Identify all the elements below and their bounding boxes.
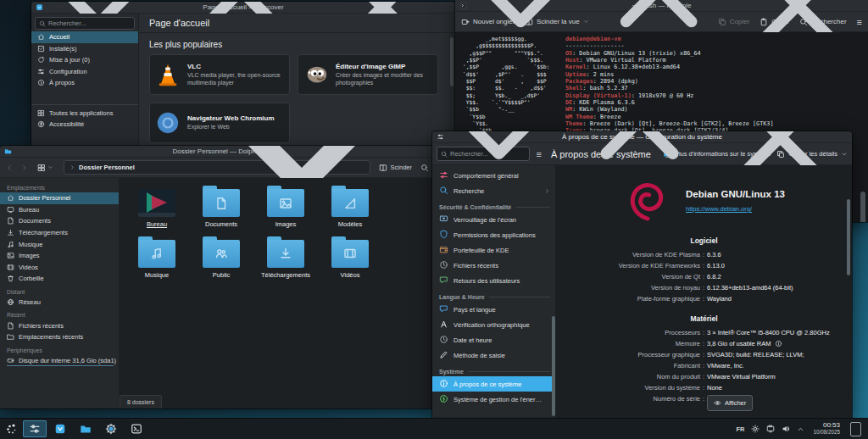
info-row-version-de-kde-frameworks: Version de KDE Frameworks:6.13.0 — [556, 260, 852, 271]
chevron-right-icon — [544, 188, 550, 194]
clipboard-manager-icon[interactable] — [766, 425, 775, 433]
sidebar-item--propos[interactable]: À propos — [31, 77, 138, 89]
grid-view-icon — [37, 164, 46, 172]
neofetch-output: debian@debian-vm-----------------OS: Deb… — [565, 36, 774, 135]
content-scrollbar[interactable] — [847, 199, 850, 275]
place-item-bureau[interactable]: Bureau — [0, 204, 119, 216]
folder-item-musique[interactable]: Musique — [125, 236, 189, 280]
settings-sidebar: Comportement généralRechercheSécurité & … — [432, 165, 556, 421]
place-item-fichiers-r-cents[interactable]: Fichiers récents — [0, 320, 119, 331]
settings-item-fichiers-r-cents[interactable]: Fichiers récents — [432, 258, 555, 273]
forward-icon[interactable] — [20, 164, 29, 172]
settings-item-permissions-des-applications[interactable]: Permissions des applications — [432, 227, 555, 242]
place-item-musique[interactable]: Musique — [0, 238, 119, 250]
trash-icon — [7, 275, 14, 282]
sidebar-item-mise-jour-0-[interactable]: Mise à jour (0) — [31, 54, 138, 66]
sidebar-item-install-s-[interactable]: Installé(s) — [31, 43, 138, 55]
eye-icon — [714, 399, 721, 407]
sidebar-scrollbar[interactable] — [552, 316, 555, 416]
screenlock-icon — [439, 214, 448, 224]
show-desktop-button[interactable] — [850, 422, 861, 436]
place-item-documents[interactable]: Documents — [0, 215, 119, 227]
folder-icon — [331, 240, 369, 268]
place-item-dossier-personnel[interactable]: Dossier Personnel — [0, 192, 119, 204]
task-info-center[interactable] — [99, 420, 123, 437]
app-launcher-button[interactable] — [0, 419, 22, 439]
digital-clock[interactable]: 00:53 10/08/2025 — [813, 422, 840, 436]
expand-tray-icon[interactable] — [797, 425, 804, 433]
distro-url-link[interactable]: https://www.debian.org/ — [686, 205, 752, 213]
sidebar-item-toutes-les-applications[interactable]: Toutes les applications — [31, 108, 138, 119]
info-row-version-du-syst-me: Version du système:None — [556, 382, 852, 393]
folder-item-public[interactable]: Public — [189, 236, 253, 280]
discover-search-placeholder: Rechercher... — [48, 19, 86, 27]
task-konsole[interactable] — [125, 420, 148, 437]
folder-item-images[interactable]: Images — [253, 185, 318, 229]
view-mode-button[interactable] — [37, 164, 53, 172]
discover-titlebar[interactable]: Page d'accueil — Discover — [31, 2, 455, 14]
settings-titlebar[interactable]: À propos de ce système — Configuration d… — [432, 131, 852, 143]
sidebar-item-configuration[interactable]: Configuration — [31, 66, 138, 78]
settings-item-retours-des-utilisateurs[interactable]: Retours des utilisateurs — [432, 273, 555, 288]
settings-section-header: Sécurité & Confidentialité — [439, 204, 550, 210]
home-icon — [37, 33, 45, 41]
places-section-header: Récent — [0, 308, 119, 320]
place-item-vid-os[interactable]: Vidéos — [0, 262, 119, 274]
info-icon — [775, 340, 782, 347]
settings-item-verrouillage-de-l-cran[interactable]: Verrouillage de l'écran — [432, 212, 555, 227]
debian-logo — [623, 177, 670, 226]
place-item-corbeille[interactable]: Corbeille — [0, 273, 119, 285]
settings-item-recherche[interactable]: Recherche — [432, 183, 555, 198]
place-item-r-seau[interactable]: Réseau — [0, 297, 119, 308]
info-row-nom-du-produit: Nom du produit:VMware Virtual Platform — [556, 371, 852, 382]
task-system-settings[interactable] — [23, 420, 47, 437]
note-icon — [150, 247, 164, 260]
folder-view[interactable]: BureauDocumentsImagesModèlesMusiquePubli… — [120, 178, 434, 408]
serial-row: Numéro de série : Afficher — [556, 393, 852, 411]
sidebar-item-accessibilit-[interactable]: Accessibilité — [31, 119, 138, 131]
app-card-navigateur-web-chromium[interactable]: Navigateur Web ChromiumExplorer le Web — [149, 103, 290, 143]
folder-item-bureau[interactable]: Bureau — [125, 185, 189, 229]
place-item-disque-dur-interne-31-6-gio-sda1-[interactable]: Disque dur interne 31,6 Gio (sda1) — [0, 355, 119, 367]
settings-item-v-rification-orthographique[interactable]: Vérification orthographique — [432, 317, 555, 332]
copy-button[interactable]: Copier — [718, 18, 750, 26]
settings-item-pays-et-langue[interactable]: Pays et langue — [432, 302, 555, 317]
folder-item-vid-os[interactable]: Vidéos — [318, 236, 382, 280]
desktop-wallpaper: Page d'accueil — Discover Rechercher... … — [0, 0, 868, 439]
keyboard-layout-indicator[interactable]: FR — [736, 425, 744, 433]
debian-ascii-art: _,met$$$$$gg. ,g$$$$$$$$$$$$$$$P. ,g$$P"… — [463, 36, 549, 135]
settings-item-date-et-heure[interactable]: Date et heure — [432, 332, 555, 347]
folder-item-mod-les[interactable]: Modèles — [318, 185, 382, 229]
back-icon[interactable] — [5, 164, 14, 172]
place-item-images[interactable]: Images — [0, 250, 119, 262]
settings-item-comportement-g-n-ral[interactable]: Comportement général — [432, 168, 555, 183]
discover-scrollbar[interactable] — [450, 37, 453, 86]
discover-search-input[interactable]: Rechercher... — [35, 17, 135, 30]
volume-icon[interactable] — [782, 425, 790, 433]
app-card-vlc[interactable]: VLCVLC media player, the open-source mul… — [149, 54, 290, 95]
folder-item-documents[interactable]: Documents — [189, 185, 253, 229]
konsole-scrollbar[interactable] — [860, 192, 865, 222]
dolphin-titlebar[interactable]: Dossier Personnel — Dolphin — [0, 146, 434, 158]
monitor-icon — [7, 206, 14, 214]
settings-item--propos-de-ce-syst-me[interactable]: À propos de ce système — [432, 376, 555, 392]
konsole-titlebar[interactable]: ~ : bash — Konsole — [455, 0, 868, 12]
folder-item-t-l-chargements[interactable]: Téléchargements — [253, 236, 318, 280]
app-card--diteur-d-image-gimp[interactable]: Éditeur d'image GIMPCréer des images et … — [298, 54, 438, 95]
show-serial-button[interactable]: Afficher — [707, 395, 753, 411]
settings-item-m-thode-de-saisie[interactable]: Méthode de saisie — [432, 347, 555, 363]
settings-item-portefeuille-de-kde[interactable]: Portefeuille de KDE — [432, 242, 555, 258]
chromium-app-icon — [155, 110, 181, 136]
task-dolphin[interactable] — [74, 420, 97, 437]
globe-icon — [7, 298, 14, 306]
dolphin-app-icon — [4, 147, 12, 155]
place-item-t-l-chargements[interactable]: Téléchargements — [0, 227, 119, 239]
place-item-emplacements-r-cents[interactable]: Emplacements récents — [0, 331, 119, 343]
sidebar-item-accueil[interactable]: Accueil — [31, 31, 138, 43]
folder-icon — [138, 240, 175, 268]
settings-item-syst-me-de-gestion-de-l-ner-[interactable]: Système de gestion de l'éner… — [432, 392, 555, 407]
discover-app-icon — [36, 3, 43, 11]
info-row-version-de-noyau: Version de noyau:6.12.38+deb13-amd64 (64… — [556, 282, 852, 293]
task-discover[interactable] — [48, 420, 72, 437]
brightness-icon[interactable] — [751, 425, 760, 433]
